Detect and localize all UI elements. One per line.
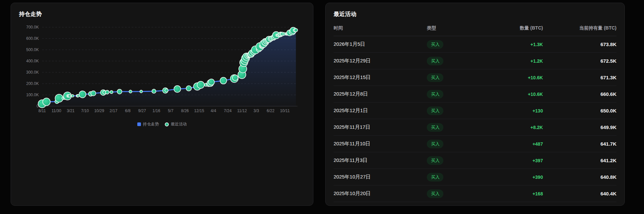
activity-holdings: 641.2K	[543, 152, 616, 169]
activity-date: 2025年11月17日	[334, 119, 427, 136]
activity-holdings: 673.8K	[543, 36, 616, 53]
svg-text:12/15: 12/15	[194, 108, 204, 113]
activity-row: 2025年11月3日买入+397641.2K	[334, 152, 616, 169]
buy-type-badge: 买入	[427, 140, 443, 148]
svg-text:3/21: 3/21	[67, 108, 75, 113]
activity-type: 买入	[427, 152, 489, 169]
activity-amount: +397	[489, 152, 543, 169]
svg-text:4/4: 4/4	[211, 108, 216, 113]
activity-amount: +390	[489, 169, 543, 185]
chart-legend: 持仓走势 最近活动	[19, 121, 305, 127]
svg-text:700.0K: 700.0K	[26, 25, 39, 30]
activity-amount: +10.6K	[489, 69, 543, 86]
buy-type-badge: 买入	[427, 40, 443, 49]
activity-table-body: 2026年1月5日买入+1.3K673.8K2025年12月29日买入+1.2K…	[334, 36, 616, 202]
svg-text:600.0K: 600.0K	[26, 36, 39, 41]
activity-type: 买入	[427, 169, 489, 185]
svg-text:300.0K: 300.0K	[26, 70, 39, 75]
activity-holdings: 672.5K	[543, 53, 616, 69]
activity-type: 买入	[427, 103, 489, 119]
activity-type: 买入	[427, 53, 489, 69]
activity-date: 2025年11月3日	[334, 152, 427, 169]
activity-amount: +10.6K	[489, 86, 543, 103]
svg-text:500.0K: 500.0K	[26, 47, 39, 52]
svg-text:1/16: 1/16	[153, 108, 161, 113]
activity-amount: +130	[489, 103, 543, 119]
activity-type: 买入	[427, 69, 489, 86]
activity-row: 2025年12月8日买入+10.6K660.6K	[334, 86, 616, 103]
activity-date: 2025年11月10日	[334, 136, 427, 152]
activity-row: 2025年11月10日买入+487641.7K	[334, 136, 616, 152]
buy-type-badge: 买入	[427, 123, 443, 132]
activity-row: 2025年11月17日买入+8.2K649.9K	[334, 119, 616, 136]
svg-text:10/29: 10/29	[94, 108, 104, 113]
legend-square-icon	[137, 122, 141, 126]
activity-amount: +1.3K	[489, 36, 543, 53]
activity-date: 2025年12月8日	[334, 86, 427, 103]
buy-type-badge: 买入	[427, 73, 443, 82]
activity-type: 买入	[427, 86, 489, 103]
table-title: 最近活动	[334, 10, 616, 18]
buy-type-badge: 买入	[427, 173, 443, 181]
activity-holdings: 649.9K	[543, 119, 616, 136]
activity-type: 买入	[427, 185, 489, 202]
activity-row: 2025年12月1日买入+130650.0K	[334, 103, 616, 119]
activity-holdings: 640.8K	[543, 169, 616, 185]
activity-date: 2025年12月1日	[334, 103, 427, 119]
activity-date: 2025年12月15日	[334, 69, 427, 86]
activity-table: 时间 类型 数量 (BTC) 当前持有量 (BTC) 2026年1月5日买入+1…	[334, 23, 616, 202]
legend-dot-icon	[165, 122, 169, 126]
legend-label-holdings: 持仓走势	[143, 121, 159, 127]
activity-row: 2025年10月27日买入+390640.8K	[334, 169, 616, 185]
activity-holdings: 640.4K	[543, 185, 616, 202]
col-header-amount: 数量 (BTC)	[489, 23, 543, 36]
svg-text:11/12: 11/12	[237, 108, 247, 113]
activity-date: 2025年10月27日	[334, 169, 427, 185]
recent-activity-panel: 最近活动 时间 类型 数量 (BTC) 当前持有量 (BTC) 2026年1月5…	[325, 3, 625, 206]
activity-holdings: 650.0K	[543, 103, 616, 119]
buy-type-badge: 买入	[427, 156, 443, 165]
buy-type-badge: 买入	[427, 57, 443, 65]
activity-amount: +168	[489, 185, 543, 202]
svg-text:6/8: 6/8	[125, 108, 131, 113]
buy-type-badge: 买入	[427, 90, 443, 99]
svg-text:8/11: 8/11	[38, 108, 46, 113]
svg-text:200.0K: 200.0K	[26, 81, 39, 86]
activity-type: 买入	[427, 119, 489, 136]
chart-title: 持仓走势	[19, 10, 305, 18]
activity-date: 2025年10月20日	[334, 185, 427, 202]
svg-text:2/17: 2/17	[110, 108, 118, 113]
legend-item-activity[interactable]: 最近活动	[165, 121, 187, 127]
activity-row: 2025年12月15日买入+10.6K671.3K	[334, 69, 616, 86]
activity-amount: +1.2K	[489, 53, 543, 69]
activity-row: 2025年10月20日买入+168640.4K	[334, 185, 616, 202]
activity-row: 2026年1月5日买入+1.3K673.8K	[334, 36, 616, 53]
col-header-holdings: 当前持有量 (BTC)	[543, 23, 616, 36]
activity-date: 2025年12月29日	[334, 53, 427, 69]
legend-label-activity: 最近活动	[171, 121, 187, 127]
buy-type-badge: 买入	[427, 107, 443, 115]
svg-text:100.0K: 100.0K	[26, 93, 39, 97]
svg-text:5/7: 5/7	[168, 108, 173, 113]
svg-text:9/27: 9/27	[138, 108, 146, 113]
col-header-time: 时间	[334, 23, 427, 36]
activity-table-header: 时间 类型 数量 (BTC) 当前持有量 (BTC)	[334, 23, 616, 36]
activity-amount: +487	[489, 136, 543, 152]
dashboard-layout: 持仓走势 0100.0K200.0K300.0K400.0K500.0K600.…	[0, 0, 644, 206]
col-header-type: 类型	[427, 23, 489, 36]
svg-text:3/3: 3/3	[254, 108, 259, 113]
svg-text:7/10: 7/10	[81, 108, 89, 113]
activity-type: 买入	[427, 36, 489, 53]
activity-row: 2025年12月29日买入+1.2K672.5K	[334, 53, 616, 69]
svg-text:7/24: 7/24	[224, 108, 232, 113]
holdings-trend-chart: 0100.0K200.0K300.0K400.0K500.0K600.0K700…	[19, 21, 306, 118]
holdings-trend-panel: 持仓走势 0100.0K200.0K300.0K400.0K500.0K600.…	[11, 3, 313, 206]
activity-date: 2026年1月5日	[334, 36, 427, 53]
svg-text:11/30: 11/30	[52, 108, 61, 113]
legend-item-holdings[interactable]: 持仓走势	[137, 121, 159, 127]
activity-type: 买入	[427, 136, 489, 152]
activity-holdings: 641.7K	[543, 136, 616, 152]
activity-amount: +8.2K	[489, 119, 543, 136]
activity-holdings: 660.6K	[543, 86, 616, 103]
svg-text:8/26: 8/26	[181, 108, 189, 113]
